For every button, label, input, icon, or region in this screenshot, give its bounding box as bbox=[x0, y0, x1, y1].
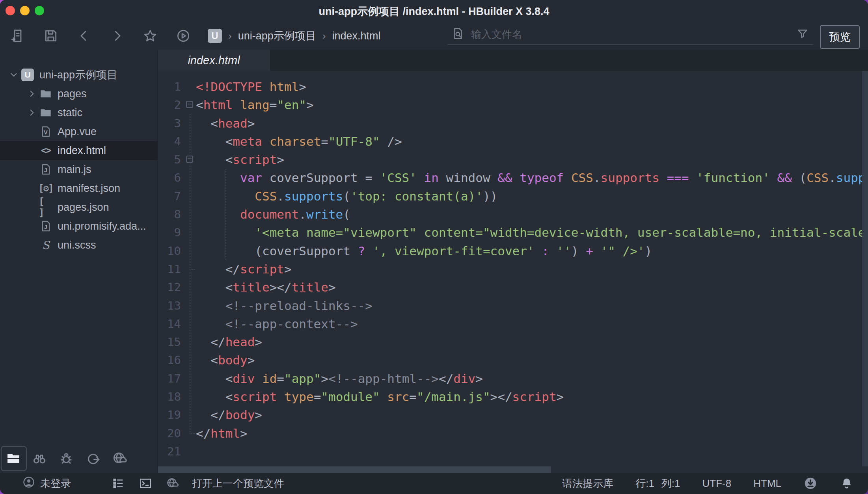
nav-back-icon[interactable] bbox=[76, 28, 91, 43]
code-line-11[interactable]: 11 </script> bbox=[158, 260, 868, 278]
line-number: 2 bbox=[158, 96, 181, 114]
save-icon[interactable] bbox=[43, 28, 58, 43]
tree-item-pages[interactable]: pages bbox=[0, 84, 157, 103]
code-line-1[interactable]: 1<!DOCTYPE html> bbox=[158, 78, 868, 96]
code-line-4[interactable]: 4 <meta charset="UTF-8" /> bbox=[158, 132, 868, 150]
code-line-10[interactable]: 10 (coverSupport ? ', viewport-fit=cover… bbox=[158, 242, 868, 260]
fold-guide-line bbox=[190, 114, 190, 433]
tree-item-uni-app-[interactable]: Uuni-app示例项目 bbox=[0, 65, 157, 84]
search-binoculars-panel-icon[interactable] bbox=[31, 450, 48, 467]
folder-icon bbox=[39, 106, 53, 120]
tree-item-manifest.json[interactable]: [⚙]manifest.json bbox=[0, 179, 157, 198]
chevron-right-icon[interactable] bbox=[25, 108, 39, 118]
download-update-icon[interactable] bbox=[803, 476, 818, 490]
code-line-8[interactable]: 8 document.write( bbox=[158, 205, 868, 223]
line-number: 20 bbox=[158, 424, 181, 442]
person-icon bbox=[22, 475, 35, 492]
tree-item-label: uni.promisify.ada... bbox=[58, 220, 146, 232]
chevron-right-icon[interactable] bbox=[25, 89, 39, 99]
filter-funnel-icon[interactable] bbox=[796, 27, 809, 42]
search-input[interactable] bbox=[470, 28, 790, 41]
syntax-library-button[interactable]: 语法提示库 bbox=[562, 477, 613, 490]
breadcrumb: U › uni-app示例项目 › index.html bbox=[208, 22, 380, 50]
code-editor[interactable]: 1<!DOCTYPE html>2<html lang="en">3 <head… bbox=[158, 71, 868, 473]
sync-run-panel-icon[interactable] bbox=[84, 450, 102, 467]
code-line-12[interactable]: 12 <title></title> bbox=[158, 278, 868, 296]
code-line-2[interactable]: 2<html lang="en"> bbox=[158, 96, 868, 114]
hbuilderx-window: uni-app示例项目 /index.html - HBuilder X 3.8… bbox=[0, 0, 868, 494]
terminal-button[interactable] bbox=[139, 473, 152, 494]
code-line-9[interactable]: 9 '<meta name="viewport" content="width=… bbox=[158, 223, 868, 241]
code-line-5[interactable]: 5 <script> bbox=[158, 150, 868, 169]
tree-item-label: pages.json bbox=[58, 201, 109, 214]
code-line-19[interactable]: 19 </body> bbox=[158, 406, 868, 424]
chevron-right-icon: › bbox=[228, 30, 232, 42]
chevron-down-icon[interactable] bbox=[7, 70, 20, 80]
html-file-icon: <> bbox=[39, 143, 53, 158]
toolbar: U › uni-app示例项目 › index.html 预览 bbox=[0, 22, 868, 50]
encoding-selector[interactable]: UTF-8 bbox=[702, 477, 732, 490]
line-number: 21 bbox=[158, 442, 181, 461]
tree-item-uni.promisify.ada...[interactable]: Juni.promisify.ada... bbox=[0, 217, 157, 236]
open-last-preview-button[interactable]: 打开上一个预览文件 bbox=[192, 473, 284, 494]
outline-list-button[interactable] bbox=[112, 473, 125, 494]
code-line-21[interactable]: 21 bbox=[158, 442, 868, 461]
tab-bar: index.html bbox=[158, 50, 868, 71]
files-panel-icon[interactable] bbox=[5, 450, 22, 467]
code-line-16[interactable]: 16 <body> bbox=[158, 351, 868, 369]
breadcrumb-file[interactable]: index.html bbox=[332, 30, 380, 42]
json-file-icon: [ ] bbox=[39, 200, 53, 214]
horizontal-scrollbar[interactable] bbox=[158, 466, 551, 473]
preview-button[interactable]: 预览 bbox=[820, 25, 860, 49]
web-cloud-panel-icon[interactable] bbox=[111, 450, 129, 467]
line-number: 13 bbox=[158, 297, 181, 315]
favorite-star-icon[interactable] bbox=[143, 28, 158, 43]
breadcrumb-project[interactable]: uni-app示例项目 bbox=[238, 29, 316, 43]
debug-bug-panel-icon[interactable] bbox=[58, 450, 75, 467]
line-number: 18 bbox=[158, 388, 181, 406]
title-bar: uni-app示例项目 /index.html - HBuilder X 3.8… bbox=[0, 0, 868, 22]
column-indicator: 列:1 bbox=[661, 477, 680, 490]
scss-file-icon: S bbox=[39, 238, 53, 252]
language-mode-selector[interactable]: HTML bbox=[753, 477, 781, 490]
line-number: 19 bbox=[158, 406, 181, 424]
chevron-right-icon: › bbox=[322, 30, 326, 42]
notifications-bell-icon[interactable] bbox=[840, 476, 854, 490]
code-text: </head> bbox=[196, 333, 262, 351]
toolbar-icons bbox=[10, 22, 191, 50]
code-line-7[interactable]: 7 CSS.supports('top: constant(a)')) bbox=[158, 187, 868, 205]
uniapp-logo-icon: U bbox=[20, 68, 35, 82]
code-line-13[interactable]: 13 <!--preload-links--> bbox=[158, 297, 868, 315]
new-file-icon[interactable] bbox=[10, 28, 25, 43]
tree-item-label: index.html bbox=[58, 145, 106, 157]
code-text: </body> bbox=[196, 406, 262, 424]
tree-item-uni.scss[interactable]: Suni.scss bbox=[0, 236, 157, 254]
code-text: '<meta name="viewport" content="width=de… bbox=[196, 223, 865, 241]
cursor-position[interactable]: 行:1 列:1 bbox=[635, 477, 680, 490]
account-status[interactable]: 未登录 bbox=[22, 473, 71, 494]
js-file-icon: J bbox=[39, 162, 53, 176]
file-search-box bbox=[447, 24, 813, 45]
tree-item-App.vue[interactable]: VApp.vue bbox=[0, 122, 157, 141]
code-line-20[interactable]: 20</html> bbox=[158, 424, 868, 442]
tab-index-html[interactable]: index.html bbox=[158, 50, 270, 71]
code-line-15[interactable]: 15 </head> bbox=[158, 333, 868, 351]
run-icon[interactable] bbox=[176, 28, 191, 43]
tree-item-static[interactable]: static bbox=[0, 103, 157, 122]
fold-marker-icon[interactable] bbox=[186, 101, 193, 108]
code-line-14[interactable]: 14 <!--app-context--> bbox=[158, 315, 868, 333]
tree-item-index.html[interactable]: <>index.html bbox=[0, 141, 157, 160]
open-last-preview-label: 打开上一个预览文件 bbox=[192, 477, 284, 490]
code-line-17[interactable]: 17 <div id="app"><!--app-html--></div> bbox=[158, 370, 868, 388]
code-line-3[interactable]: 3 <head> bbox=[158, 114, 868, 132]
code-line-18[interactable]: 18 <script type="module" src="/main.js">… bbox=[158, 388, 868, 406]
tree-item-pages.json[interactable]: [ ]pages.json bbox=[0, 198, 157, 217]
tree-item-label: uni.scss bbox=[58, 239, 96, 251]
line-number: 16 bbox=[158, 351, 181, 369]
web-preview-icon bbox=[166, 473, 179, 494]
code-line-6[interactable]: 6 var coverSupport = 'CSS' in window && … bbox=[158, 169, 868, 187]
code-text: document.write( bbox=[196, 205, 350, 223]
vertical-scrollbar[interactable] bbox=[862, 71, 868, 466]
tree-item-main.js[interactable]: Jmain.js bbox=[0, 160, 157, 179]
nav-forward-icon[interactable] bbox=[110, 28, 125, 43]
